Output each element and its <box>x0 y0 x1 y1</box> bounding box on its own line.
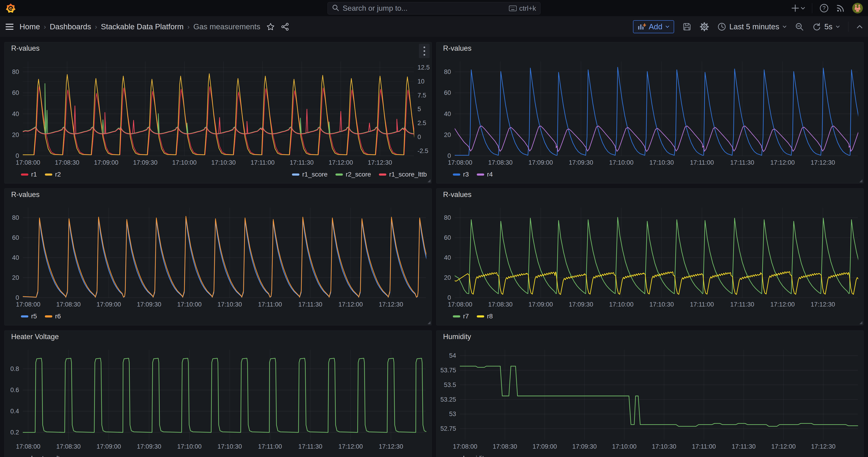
favorite-star-button[interactable] <box>267 23 275 31</box>
svg-text:53.75: 53.75 <box>440 367 456 374</box>
legend-label: r7 <box>463 312 469 320</box>
panel-chart-area[interactable]: 17:08:0017:08:3017:09:0017:09:3017:10:00… <box>5 343 431 453</box>
legend-item-r1_score[interactable]: r1_score <box>292 171 328 178</box>
panel-resize-handle[interactable] <box>428 179 431 182</box>
legend-item-r1_score_lttb[interactable]: r1_score_lttb <box>379 171 427 178</box>
breadcrumb-dashboards[interactable]: Dashboards <box>50 22 91 31</box>
legend-item-r7[interactable]: r7 <box>453 312 469 320</box>
panel-chart-area[interactable]: 17:08:0017:08:3017:09:0017:09:3017:10:00… <box>437 54 863 169</box>
time-range-picker[interactable]: Last 5 minutes <box>717 22 787 31</box>
timeseries-chart[interactable]: 17:08:0017:08:3017:09:0017:09:3017:10:00… <box>437 201 863 311</box>
svg-text:17:10:00: 17:10:00 <box>609 159 633 166</box>
breadcrumb-folder[interactable]: Stackable Data Platform <box>101 22 184 31</box>
svg-text:17:12:00: 17:12:00 <box>338 301 363 308</box>
dashboard-settings-button[interactable] <box>700 22 709 31</box>
svg-text:17:09:00: 17:09:00 <box>528 159 553 166</box>
legend-item-r2_score[interactable]: r2_score <box>335 171 371 178</box>
panel-resize-handle[interactable] <box>859 321 862 324</box>
panel-header[interactable]: R-values <box>5 189 431 201</box>
panel-resize-handle[interactable] <box>859 179 862 182</box>
svg-text:17:12:00: 17:12:00 <box>771 443 796 450</box>
panel-chart-area[interactable]: 17:08:0017:08:3017:09:0017:09:3017:10:00… <box>437 343 863 453</box>
refresh-icon <box>812 22 821 31</box>
add-label: Add <box>649 22 662 31</box>
clock-icon <box>717 22 726 31</box>
svg-text:17:12:00: 17:12:00 <box>329 159 353 166</box>
svg-text:0: 0 <box>417 133 421 141</box>
hamburger-icon <box>6 24 13 30</box>
svg-text:17:09:30: 17:09:30 <box>572 443 597 450</box>
time-range-label: Last 5 minutes <box>730 22 779 31</box>
legend-item-r3[interactable]: r3 <box>453 171 469 178</box>
legend-item-r6[interactable]: r6 <box>45 312 61 320</box>
legend-swatch <box>477 315 484 317</box>
svg-text:17:09:30: 17:09:30 <box>569 301 593 308</box>
search-input[interactable]: Search or jump to... ctrl+k <box>328 2 540 14</box>
user-avatar[interactable] <box>852 3 863 13</box>
legend-item-r1[interactable]: r1 <box>21 171 37 178</box>
timeseries-chart[interactable]: 17:08:0017:08:3017:09:0017:09:3017:10:00… <box>5 54 431 169</box>
legend-item-r4[interactable]: r4 <box>477 171 493 178</box>
legend-item-r2[interactable]: r2 <box>45 171 61 178</box>
svg-text:54: 54 <box>449 352 456 359</box>
timeseries-chart[interactable]: 17:08:0017:08:3017:09:0017:09:3017:10:00… <box>437 54 863 169</box>
legend-swatch <box>379 174 386 176</box>
add-panel-button[interactable]: Add <box>633 20 674 33</box>
mega-menu-toggle[interactable] <box>6 24 13 30</box>
breadcrumb-home[interactable]: Home <box>20 22 40 31</box>
panel-legend: r1r2r1_scorer2_scorer1_score_lttb <box>5 169 431 183</box>
svg-text:10: 10 <box>417 78 425 85</box>
grafana-logo[interactable] <box>5 3 16 14</box>
timeseries-chart[interactable]: 17:08:0017:08:3017:09:0017:09:3017:10:00… <box>5 343 431 453</box>
legend-label: r1_score <box>302 171 328 178</box>
panel-chart-area[interactable]: 17:08:0017:08:3017:09:0017:09:3017:10:00… <box>5 201 431 311</box>
panel-title: R-values <box>443 190 471 199</box>
svg-text:17:11:00: 17:11:00 <box>258 301 282 308</box>
timeseries-chart[interactable]: 17:08:0017:08:3017:09:0017:09:3017:10:00… <box>437 343 863 453</box>
svg-text:17:12:00: 17:12:00 <box>338 443 363 450</box>
panel-header[interactable]: R-values <box>437 42 863 54</box>
rss-icon <box>836 3 845 13</box>
add-new-menu-button[interactable] <box>792 4 805 12</box>
svg-text:2.5: 2.5 <box>417 120 426 126</box>
panel-chart-area[interactable]: 17:08:0017:08:3017:09:0017:09:3017:10:00… <box>437 201 863 311</box>
news-button[interactable] <box>836 3 845 13</box>
legend-item-humidity[interactable]: humidity <box>453 455 487 457</box>
panel-header[interactable]: R-values <box>437 189 863 201</box>
svg-text:12.5: 12.5 <box>417 64 430 71</box>
svg-text:17:12:30: 17:12:30 <box>379 443 403 450</box>
panel-resize-handle[interactable] <box>428 321 431 324</box>
search-shortcut: ctrl+k <box>509 4 536 12</box>
breadcrumb-current-dashboard: Gas measurements <box>193 22 260 31</box>
legend-item-r8[interactable]: r8 <box>477 312 493 320</box>
save-dashboard-button[interactable] <box>682 22 691 31</box>
svg-text:0.4: 0.4 <box>10 408 19 415</box>
panel-header[interactable]: R-values <box>5 42 431 54</box>
panel-header[interactable]: Heater Voltage <box>5 331 431 343</box>
search-icon <box>332 4 339 12</box>
svg-text:17:09:00: 17:09:00 <box>533 443 557 450</box>
keyboard-icon <box>509 5 517 11</box>
panel-chart-area[interactable]: 17:08:0017:08:3017:09:0017:09:3017:10:00… <box>5 54 431 169</box>
svg-text:17:10:00: 17:10:00 <box>612 443 637 450</box>
svg-text:60: 60 <box>12 89 19 96</box>
legend-label: humidity <box>463 455 487 457</box>
zoom-out-time-button[interactable] <box>795 22 804 31</box>
breadcrumb-separator: › <box>187 23 190 31</box>
dashboard-grid: R-values 17:08:0017:08:3017:09:0017:09:3… <box>0 37 868 457</box>
refresh-picker[interactable]: 5s <box>812 22 840 31</box>
legend-item-heatervoltage[interactable]: heatervoltage <box>21 455 71 457</box>
svg-text:17:09:30: 17:09:30 <box>137 301 161 308</box>
svg-text:20: 20 <box>12 274 19 281</box>
collapse-toolbar-button[interactable] <box>857 25 862 29</box>
timeseries-chart[interactable]: 17:08:0017:08:3017:09:0017:09:3017:10:00… <box>5 201 431 311</box>
share-dashboard-button[interactable] <box>281 23 289 31</box>
legend-swatch <box>453 174 460 176</box>
panel-header[interactable]: Humidity <box>437 331 863 343</box>
breadcrumb-separator: › <box>44 23 46 31</box>
legend-item-r5[interactable]: r5 <box>21 312 37 320</box>
help-button[interactable]: ? <box>819 3 829 13</box>
svg-text:17:08:00: 17:08:00 <box>453 443 477 450</box>
svg-text:53.5: 53.5 <box>444 382 456 388</box>
legend-group-left: r7r8 <box>453 312 493 325</box>
